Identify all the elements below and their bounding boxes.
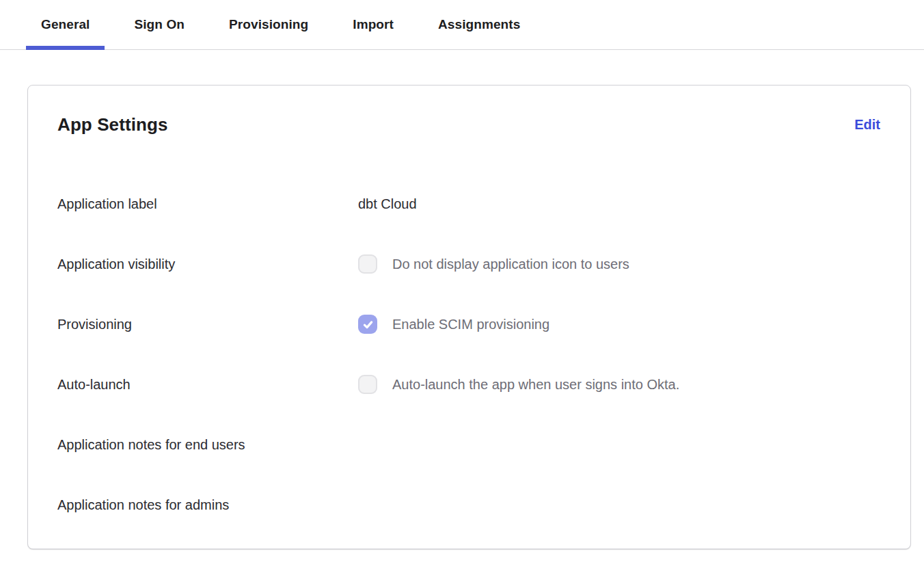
settings-row: Application visibility Do not display ap… [57, 234, 880, 294]
tab-assignments[interactable]: Assignments [423, 0, 535, 49]
provisioning-checkbox[interactable] [358, 315, 377, 334]
edit-link[interactable]: Edit [854, 117, 880, 133]
row-label: Application notes for end users [57, 437, 358, 453]
tab-import[interactable]: Import [338, 0, 409, 49]
tab-provisioning[interactable]: Provisioning [214, 0, 323, 49]
provisioning-checkbox-description: Enable SCIM provisioning [392, 317, 549, 332]
tab-label: Import [353, 17, 394, 32]
row-value: dbt Cloud [358, 196, 880, 212]
card-title: App Settings [57, 114, 168, 135]
tab-label: Provisioning [229, 17, 308, 32]
auto-launch-checkbox[interactable] [358, 375, 377, 394]
tab-label: General [41, 17, 90, 32]
row-label: Application label [57, 196, 358, 212]
settings-rows: Application label dbt Cloud Application … [57, 174, 880, 535]
settings-row: Application label dbt Cloud [57, 174, 880, 234]
application-visibility-checkbox[interactable] [358, 254, 377, 274]
check-icon [362, 319, 374, 330]
application-visibility-checkbox-description: Do not display application icon to users [392, 257, 629, 272]
settings-row: Application notes for admins [57, 475, 880, 535]
app-settings-card: App Settings Edit Application label dbt … [27, 85, 911, 549]
row-value: Enable SCIM provisioning [358, 315, 880, 334]
row-label: Application visibility [57, 257, 358, 272]
settings-row: Auto-launch Auto-launch the app when use… [57, 354, 880, 415]
tab-bar: General Sign On Provisioning Import Assi… [0, 0, 924, 50]
auto-launch-checkbox-description: Auto-launch the app when user signs into… [392, 377, 679, 393]
row-value: Do not display application icon to users [358, 254, 880, 274]
settings-row: Provisioning Enable SCIM provisioning [57, 294, 880, 354]
row-value: Auto-launch the app when user signs into… [358, 375, 880, 394]
application-label-value: dbt Cloud [358, 196, 417, 212]
settings-row: Application notes for end users [57, 415, 880, 475]
card-header: App Settings Edit [57, 114, 880, 135]
tab-label: Sign On [134, 17, 185, 32]
row-label: Provisioning [57, 317, 358, 332]
row-label: Auto-launch [57, 377, 358, 393]
tab-label: Assignments [438, 17, 520, 32]
tab-general[interactable]: General [26, 0, 105, 49]
tab-sign-on[interactable]: Sign On [119, 0, 200, 49]
row-label: Application notes for admins [57, 497, 358, 513]
